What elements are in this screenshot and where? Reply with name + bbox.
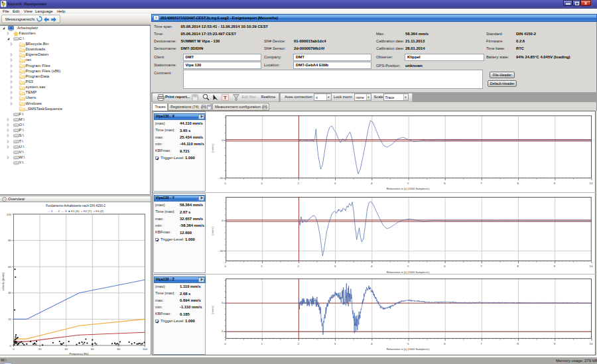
svg-text:T: T [224, 95, 227, 101]
